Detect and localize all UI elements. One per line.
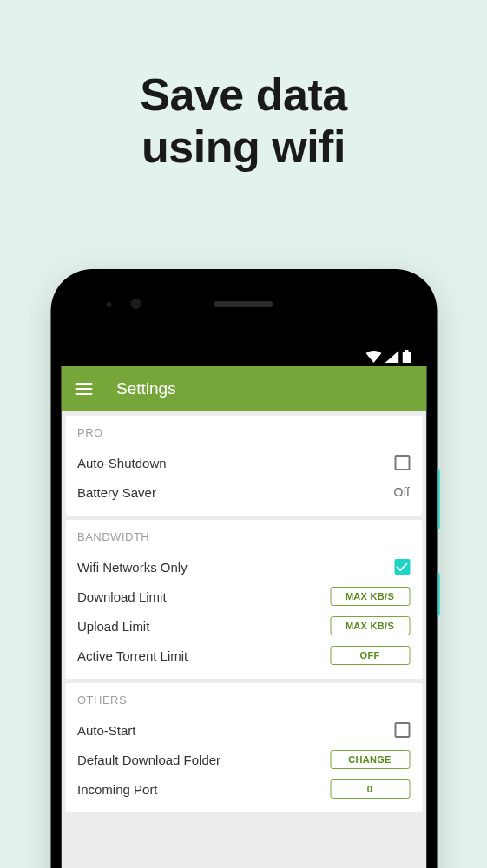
- default-folder-label: Default Download Folder: [77, 753, 330, 767]
- hero-line-2: using wifi: [0, 122, 487, 174]
- status-bar: [61, 328, 426, 366]
- battery-saver-label: Battery Saver: [77, 485, 394, 500]
- wifi-only-checkbox[interactable]: [394, 559, 410, 575]
- camera-dot-icon: [106, 302, 111, 307]
- svg-rect-1: [405, 350, 408, 352]
- upload-limit-button[interactable]: MAX KB/S: [330, 616, 410, 635]
- phone-frame: Settings PRO Auto-Shutdown Battery Saver…: [50, 269, 437, 868]
- speaker-grille-icon: [214, 301, 273, 307]
- section-header-pro: PRO: [77, 426, 410, 439]
- row-upload-limit[interactable]: Upload Limit MAX KB/S: [77, 611, 410, 641]
- active-torrent-button[interactable]: OFF: [330, 646, 410, 665]
- battery-icon: [402, 350, 411, 363]
- active-torrent-label: Active Torrent Limit: [77, 648, 330, 663]
- row-incoming-port[interactable]: Incoming Port 0: [77, 774, 410, 804]
- row-download-limit[interactable]: Download Limit MAX KB/S: [77, 582, 410, 611]
- row-auto-shutdown[interactable]: Auto-Shutdown: [77, 448, 410, 477]
- wifi-icon: [365, 351, 381, 363]
- phone-side-button-1: [437, 469, 439, 529]
- phone-side-button-2: [437, 573, 439, 616]
- section-header-others: OTHERS: [77, 694, 410, 707]
- page-title: Settings: [116, 379, 176, 398]
- app-screen: Settings PRO Auto-Shutdown Battery Saver…: [61, 366, 426, 868]
- wifi-only-label: Wifi Networks Only: [77, 560, 394, 575]
- row-wifi-only[interactable]: Wifi Networks Only: [77, 552, 410, 582]
- app-bar: Settings: [61, 366, 426, 411]
- svg-rect-0: [402, 352, 411, 363]
- battery-saver-value: Off: [394, 485, 410, 499]
- row-battery-saver[interactable]: Battery Saver Off: [77, 477, 410, 507]
- settings-content: PRO Auto-Shutdown Battery Saver Off BAND…: [61, 411, 426, 817]
- default-folder-button[interactable]: CHANGE: [330, 750, 410, 769]
- camera-lens-icon: [130, 299, 141, 309]
- incoming-port-label: Incoming Port: [77, 782, 330, 797]
- auto-shutdown-checkbox[interactable]: [394, 455, 410, 470]
- hero-line-1: Save data: [0, 69, 487, 122]
- download-limit-button[interactable]: MAX KB/S: [330, 587, 410, 606]
- auto-start-checkbox[interactable]: [394, 722, 410, 738]
- auto-shutdown-label: Auto-Shutdown: [77, 456, 394, 470]
- row-auto-start[interactable]: Auto-Start: [77, 715, 410, 745]
- download-limit-label: Download Limit: [77, 589, 330, 604]
- row-active-torrent[interactable]: Active Torrent Limit OFF: [77, 641, 410, 670]
- row-default-folder[interactable]: Default Download Folder CHANGE: [77, 745, 410, 774]
- phone-notch: [61, 279, 426, 328]
- section-pro: PRO Auto-Shutdown Battery Saver Off: [65, 416, 422, 516]
- section-bandwidth: BANDWIDTH Wifi Networks Only Download Li…: [65, 520, 422, 679]
- section-others: OTHERS Auto-Start Default Download Folde…: [65, 683, 422, 812]
- phone-screen: Settings PRO Auto-Shutdown Battery Saver…: [61, 279, 426, 868]
- hero-title: Save data using wifi: [0, 0, 487, 174]
- incoming-port-button[interactable]: 0: [330, 779, 410, 799]
- menu-icon[interactable]: [75, 383, 92, 395]
- upload-limit-label: Upload Limit: [77, 619, 330, 634]
- section-header-bandwidth: BANDWIDTH: [77, 530, 410, 543]
- auto-start-label: Auto-Start: [77, 723, 394, 738]
- signal-icon: [385, 351, 398, 363]
